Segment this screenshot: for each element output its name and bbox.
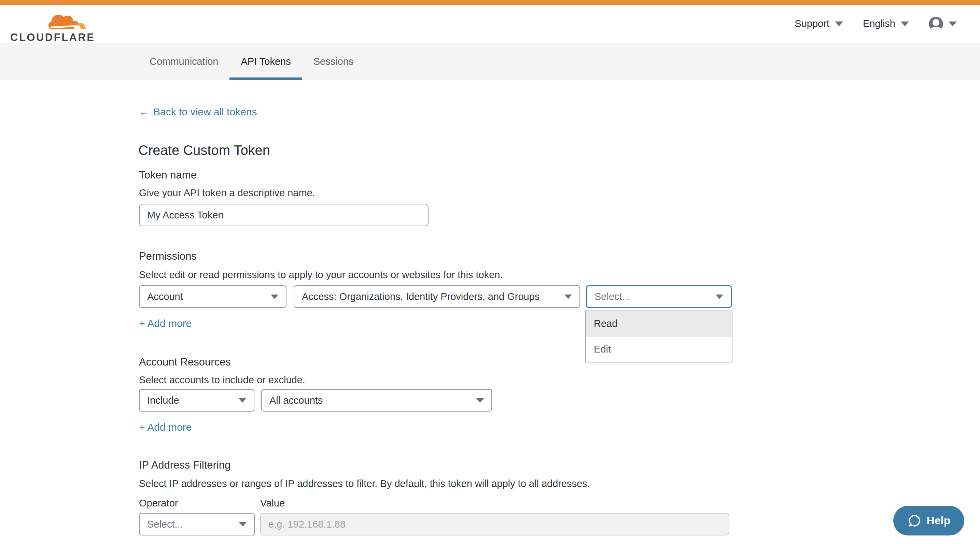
support-menu-label: Support	[795, 18, 829, 29]
header: CLOUDFLARE Support English	[0, 5, 980, 43]
back-arrow-icon: ←	[139, 106, 149, 118]
back-link-label: Back to view all tokens	[153, 106, 257, 118]
permission-scope-select[interactable]: Account	[139, 285, 286, 308]
menu-item-edit[interactable]: Edit	[585, 336, 732, 362]
tab-communication-label: Communication	[150, 56, 218, 67]
ip-value-input[interactable]	[260, 513, 729, 536]
account-menu[interactable]	[929, 17, 957, 31]
value-label: Value	[260, 498, 285, 509]
ip-filtering-heading: IP Address Filtering	[139, 459, 231, 471]
permission-resource-value: Access: Organizations, Identity Provider…	[302, 291, 539, 302]
chevron-down-icon	[716, 295, 723, 299]
account-resources-heading: Account Resources	[139, 356, 231, 368]
account-resources-mode-select[interactable]: Include	[139, 389, 255, 412]
account-resources-scope-value: All accounts	[269, 395, 323, 406]
page-title: Create Custom Token	[138, 143, 270, 158]
permission-scope-value: Account	[147, 291, 183, 302]
cloudflare-cloud-icon	[48, 12, 88, 31]
chevron-down-icon	[239, 398, 246, 403]
tab-sessions-label: Sessions	[313, 56, 354, 67]
brand-top-bar	[0, 0, 980, 5]
token-name-description: Give your API token a descriptive name.	[139, 187, 315, 198]
chevron-down-icon	[901, 22, 909, 26]
account-resources-scope-select[interactable]: All accounts	[261, 389, 492, 412]
language-menu-label: English	[863, 18, 895, 29]
operator-label: Operator	[139, 498, 178, 509]
permission-level-select[interactable]: Select...	[586, 285, 732, 308]
chevron-down-icon	[948, 22, 957, 26]
chevron-down-icon	[239, 522, 247, 527]
account-resources-mode-value: Include	[147, 395, 179, 406]
permissions-heading: Permissions	[139, 250, 197, 262]
help-button-label: Help	[927, 514, 950, 527]
menu-item-read-label: Read	[594, 318, 617, 329]
chevron-down-icon	[565, 295, 572, 299]
language-menu[interactable]: English	[863, 18, 909, 29]
back-to-tokens-link[interactable]: ← Back to view all tokens	[139, 106, 257, 118]
ip-filtering-description: Select IP addresses or ranges of IP addr…	[139, 478, 590, 489]
active-tab-underline	[229, 78, 302, 80]
ip-operator-placeholder: Select...	[147, 519, 183, 530]
profile-tabs: Communication API Tokens Sessions	[0, 43, 980, 80]
cloudflare-logo[interactable]: CLOUDFLARE	[8, 9, 89, 41]
tab-api-tokens-label: API Tokens	[241, 56, 291, 67]
token-name-input[interactable]	[139, 204, 428, 226]
chevron-down-icon	[835, 22, 843, 26]
menu-item-edit-label: Edit	[594, 344, 611, 355]
cloudflare-wordmark: CLOUDFLARE	[10, 32, 95, 44]
ip-operator-select[interactable]: Select...	[139, 513, 255, 536]
tab-communication[interactable]: Communication	[138, 43, 229, 80]
chat-bubble-icon	[907, 514, 922, 528]
token-name-heading: Token name	[139, 169, 197, 181]
tab-api-tokens[interactable]: API Tokens	[229, 43, 302, 80]
create-custom-token-page: CLOUDFLARE Support English Communication	[0, 0, 980, 544]
permission-level-placeholder: Select...	[595, 291, 630, 302]
tab-sessions[interactable]: Sessions	[302, 43, 365, 80]
chevron-down-icon	[476, 398, 484, 403]
permission-level-menu: Read Edit	[585, 311, 732, 362]
user-avatar-icon	[929, 17, 943, 31]
chevron-down-icon	[271, 295, 278, 299]
help-button[interactable]: Help	[893, 506, 964, 536]
support-menu[interactable]: Support	[795, 18, 843, 29]
account-resources-description: Select accounts to include or exclude.	[139, 374, 305, 385]
menu-item-read[interactable]: Read	[585, 311, 732, 336]
permissions-add-more-link[interactable]: + Add more	[139, 318, 192, 329]
permissions-description: Select edit or read permissions to apply…	[139, 269, 503, 281]
permission-resource-select[interactable]: Access: Organizations, Identity Provider…	[294, 285, 580, 308]
account-resources-add-more-link[interactable]: + Add more	[139, 422, 192, 433]
header-right-nav: Support English	[795, 5, 957, 43]
